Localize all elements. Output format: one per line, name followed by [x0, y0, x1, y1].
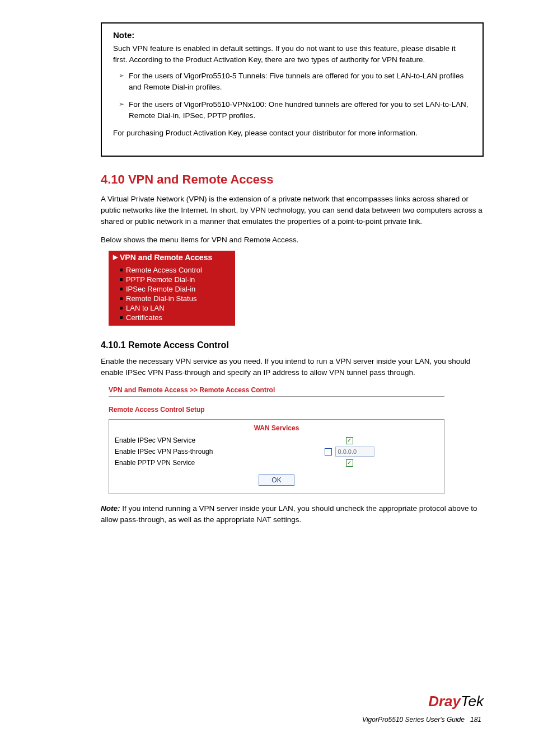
- nav-item-lan-to-lan[interactable]: LAN to LAN: [120, 303, 235, 313]
- triangle-right-icon: ▶: [113, 253, 118, 261]
- note-box-intro: Such VPN feature is enabled in default s…: [113, 43, 471, 65]
- pptp-vpn-checkbox[interactable]: ✓: [346, 459, 353, 467]
- nav-item-remote-dialin-status[interactable]: Remote Dial-in Status: [120, 294, 235, 303]
- section-heading: 4.10 VPN and Remote Access: [101, 172, 484, 187]
- note-box-trail: For purchasing Product Activation Key, p…: [113, 128, 471, 139]
- nav-item-label: LAN to LAN: [126, 304, 165, 312]
- note-bullet: ➢ For the users of VigorPro5510-5 Tunnel…: [119, 71, 471, 92]
- note-bullet-text: For the users of VigorPro5510-5 Tunnels:…: [129, 71, 471, 92]
- square-bullet-icon: [120, 307, 123, 309]
- nav-item-remote-access-control[interactable]: Remote Access Control: [120, 265, 235, 275]
- nav-item-pptp-remote-dialin[interactable]: PPTP Remote Dial-in: [120, 275, 235, 284]
- brand-part1: Dray: [428, 693, 461, 710]
- note-bullet-text: For the users of VigorPro5510-VPNx100: O…: [129, 99, 471, 121]
- section-paragraph: A Virtual Private Network (VPN) is the e…: [101, 194, 484, 228]
- nav-item-label: Remote Access Control: [126, 266, 202, 274]
- rac-setup-title: Remote Access Control Setup: [109, 406, 444, 414]
- rac-row-pptp: Enable PPTP VPN Service ✓: [115, 458, 438, 468]
- vpn-nav-menu: ▶ VPN and Remote Access Remote Access Co…: [109, 251, 235, 326]
- rac-row-label: Enable IPSec VPN Service: [115, 436, 260, 444]
- rac-setup-box: WAN Services Enable IPSec VPN Service ✓ …: [109, 419, 444, 494]
- remote-access-control-panel: VPN and Remote Access >> Remote Access C…: [109, 386, 444, 494]
- divider: [109, 396, 444, 397]
- ok-button[interactable]: OK: [259, 475, 294, 486]
- nav-item-certificates[interactable]: Certificates: [120, 313, 235, 322]
- nav-item-label: Certificates: [126, 313, 162, 322]
- nav-item-label: Remote Dial-in Status: [126, 294, 196, 303]
- page-number: VigorPro5510 Series User's Guide 181: [362, 716, 481, 724]
- arrow-icon: ➢: [119, 72, 129, 79]
- nav-item-ipsec-remote-dialin[interactable]: IPSec Remote Dial-in: [120, 284, 235, 294]
- vpn-nav-header[interactable]: ▶ VPN and Remote Access: [109, 251, 235, 264]
- wan-services-header: WAN Services: [115, 424, 438, 432]
- note-box-title: Note:: [113, 30, 471, 40]
- nav-item-label: IPSec Remote Dial-in: [126, 285, 195, 293]
- note-box: Note: Such VPN feature is enabled in def…: [101, 22, 484, 157]
- bottom-note-text: If you intend running a VPN server insid…: [101, 504, 477, 524]
- arrow-icon: ➢: [119, 100, 129, 108]
- rac-row-label: Enable IPSec VPN Pass-through: [115, 448, 260, 456]
- brand-logo: DrayTek: [428, 693, 484, 710]
- nav-item-label: PPTP Remote Dial-in: [126, 275, 195, 284]
- square-bullet-icon: [120, 278, 123, 281]
- rac-row-label: Enable PPTP VPN Service: [115, 459, 260, 467]
- vpn-nav-header-label: VPN and Remote Access: [120, 253, 212, 262]
- ipsec-vpn-checkbox[interactable]: ✓: [346, 437, 353, 444]
- below-shows-text: Below shows the menu items for VPN and R…: [101, 236, 484, 244]
- bottom-note: Note: If you intend running a VPN server…: [101, 503, 484, 526]
- bottom-note-label: Note:: [101, 504, 120, 513]
- brand-part2: Tek: [461, 693, 484, 710]
- square-bullet-icon: [120, 297, 123, 300]
- passthrough-ip-input[interactable]: [335, 447, 374, 457]
- square-bullet-icon: [120, 269, 123, 271]
- note-bullet: ➢ For the users of VigorPro5510-VPNx100:…: [119, 99, 471, 121]
- subsection-heading: 4.10.1 Remote Access Control: [101, 340, 484, 350]
- square-bullet-icon: [120, 316, 123, 319]
- rac-row-passthrough: Enable IPSec VPN Pass-through ✓: [115, 445, 438, 458]
- ipsec-passthrough-checkbox[interactable]: ✓: [325, 448, 332, 456]
- rac-row-ipsec: Enable IPSec VPN Service ✓: [115, 435, 438, 445]
- breadcrumb: VPN and Remote Access >> Remote Access C…: [109, 386, 444, 396]
- square-bullet-icon: [120, 288, 123, 290]
- subsection-paragraph: Enable the necessary VPN service as you …: [101, 356, 484, 379]
